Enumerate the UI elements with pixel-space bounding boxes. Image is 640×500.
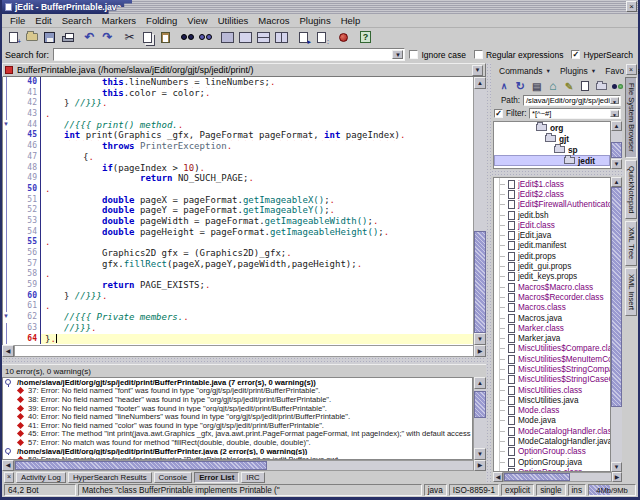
error-row-5[interactable]: 41: Error: No field named "color" was fo… <box>3 421 472 430</box>
local-drives-icon[interactable]: ▤ <box>531 80 543 93</box>
scroll-right-icon[interactable]: ▶ <box>612 472 622 482</box>
filter-checkbox[interactable]: ✓ <box>494 109 503 118</box>
tab-hypersearch-results[interactable]: HyperSearch Results <box>68 472 152 483</box>
next-buffer-icon[interactable]: ▸ <box>295 29 312 45</box>
menu-folding[interactable]: Folding <box>141 15 182 26</box>
file-item[interactable]: jEdit$FirewallAuthenticator.class <box>494 200 610 210</box>
editor-hscroll-track[interactable] <box>14 345 474 357</box>
file-item[interactable]: MiscUtilities.java <box>494 395 610 405</box>
title-bar[interactable]: jEdit - BufferPrintable.java × <box>2 0 638 14</box>
find-icon[interactable] <box>179 29 196 45</box>
files-hscrollbar[interactable]: ◀ ▶ <box>493 472 622 482</box>
checkbox-regular-expressions[interactable]: Regular expressions <box>474 50 563 60</box>
fold-rail[interactable]: ▼ <box>3 312 13 323</box>
code-line-54[interactable]: 54double pageHeight = pageFormat.getImag… <box>3 227 473 238</box>
scroll-left-icon[interactable]: ◀ <box>2 460 14 471</box>
tree-item-jedit[interactable]: jedit <box>494 155 610 166</box>
file-item[interactable]: jedit.props <box>494 251 610 261</box>
dock-tab-file-system-browser[interactable]: File System Browser <box>625 77 637 158</box>
error-row-0[interactable]: /home/slava/jEdit/org/gjt/sp/jedit/print… <box>3 378 472 387</box>
code-line-44[interactable]: ▼44//{{{ print() method.. <box>3 120 473 131</box>
scroll-up-icon[interactable]: ▲ <box>474 377 486 389</box>
scroll-down-icon[interactable]: ▼ <box>611 462 622 472</box>
split-horizontal-icon[interactable] <box>255 29 272 45</box>
code-line-59[interactable]: 59return PAGE_EXISTS;. <box>3 280 473 291</box>
code-rows[interactable]: 40this.lineNumbers = lineNumbers;.41this… <box>3 77 473 345</box>
scroll-down-icon[interactable]: ▼ <box>474 448 486 460</box>
search-input[interactable]: ▼ <box>53 48 405 61</box>
files-vscroll-thumb[interactable] <box>611 187 622 407</box>
status-ins[interactable]: ins <box>568 484 586 496</box>
code-line-52[interactable]: 52double pageY = pageFormat.getImageable… <box>3 205 473 216</box>
file-item[interactable]: MiscUtilities$StringCompare.class <box>494 364 610 374</box>
error-vscroll-track[interactable] <box>474 389 486 448</box>
code-line-63[interactable]: 63//}}}. <box>3 323 473 334</box>
code-line-60[interactable]: 60} //}}}. <box>3 291 473 302</box>
file-item[interactable]: jedit.bsh <box>494 210 610 220</box>
buffer-switcher[interactable]: BufferPrintable.java (/home/slava/jEdit/… <box>2 63 486 77</box>
file-item[interactable]: jEdit.java <box>494 230 610 240</box>
file-item[interactable]: Macros.class <box>494 303 610 313</box>
tab-error-list[interactable]: Error List <box>194 472 239 483</box>
code-line-64[interactable]: 64}. <box>3 334 473 345</box>
fsb-close-icon[interactable]: × <box>626 64 637 75</box>
synchronize-icon[interactable]: ✎ <box>563 80 575 93</box>
print-icon[interactable] <box>59 29 76 45</box>
error-row-6[interactable]: 45: Error: The method "int print(java.aw… <box>3 430 472 439</box>
code-line-47[interactable]: 47{. <box>3 152 473 163</box>
tree-vscroll-track[interactable] <box>611 131 622 159</box>
dock-splitter[interactable] <box>2 357 486 364</box>
menu-edit[interactable]: Edit <box>30 15 56 26</box>
find-next-icon[interactable] <box>197 29 214 45</box>
split-vertical-icon[interactable] <box>273 29 290 45</box>
dock-close-icon[interactable]: × <box>4 472 14 483</box>
search-history-dropdown-icon[interactable]: ▼ <box>392 50 403 59</box>
editor-vscroll-track[interactable] <box>474 89 486 333</box>
fsb-menu-plugins[interactable]: Plugins▼ <box>560 66 596 76</box>
tree-item-gjt[interactable]: gjt <box>494 133 610 144</box>
code-line-62[interactable]: ▼62//{{{ Private members.. <box>3 312 473 323</box>
files-hscroll-track[interactable] <box>503 472 612 482</box>
menu-file[interactable]: File <box>5 15 30 26</box>
file-item[interactable]: OptionGroup.java <box>494 457 610 467</box>
status-explicit[interactable]: explicit <box>501 484 534 496</box>
new-file-icon[interactable] <box>579 80 591 93</box>
menu-view[interactable]: View <box>182 15 212 26</box>
file-item[interactable]: MiscUtilities.class <box>494 385 610 395</box>
code-line-45[interactable]: 45int print(Graphics _gfx, PageFormat pa… <box>3 130 473 141</box>
file-item[interactable]: OptionGroup.class <box>494 447 610 457</box>
unsplit-current-icon[interactable] <box>219 29 236 45</box>
file-item[interactable]: Marker.class <box>494 323 610 333</box>
unsplit-all-icon[interactable] <box>237 29 254 45</box>
file-item[interactable]: Macros.java <box>494 313 610 323</box>
recent-buffer-icon[interactable]: : <box>313 29 330 45</box>
code-line-42[interactable]: 42} //}}}. <box>3 98 473 109</box>
fsb-menu-commands[interactable]: Commands▼ <box>499 66 551 76</box>
plugin-manager-icon[interactable] <box>335 29 352 45</box>
code-line-40[interactable]: 40this.lineNumbers = lineNumbers;. <box>3 77 473 88</box>
code-line-56[interactable]: 56Graphics2D gfx = (Graphics2D)_gfx;. <box>3 248 473 259</box>
file-item[interactable]: MiscUtilities$MenuItemCompare.class <box>494 354 610 364</box>
filter-dropdown-icon[interactable]: ▼ <box>610 110 619 117</box>
file-item[interactable]: MiscUtilities$StringICaseCompare.class <box>494 375 610 385</box>
error-row-4[interactable]: 40: Error: No field named "lineNumbers" … <box>3 412 472 421</box>
error-vscroll-thumb[interactable] <box>474 391 486 418</box>
code-line-48[interactable]: 48if(pageIndex > 10). <box>3 163 473 174</box>
error-row-3[interactable]: 39: Error: No field named "footer" was f… <box>3 404 472 413</box>
menu-help[interactable]: Help <box>336 15 366 26</box>
status-single[interactable]: single <box>536 484 565 496</box>
files-hscroll-thumb[interactable] <box>504 473 570 481</box>
code-line-51[interactable]: 51double pageX = pageFormat.getImageable… <box>3 195 473 206</box>
paste-icon[interactable] <box>157 29 174 45</box>
file-item[interactable]: MiscUtilities$Compare.class <box>494 344 610 354</box>
menu-plugins[interactable]: Plugins <box>294 15 335 26</box>
error-row-1[interactable]: 37: Error: No field named "font" was fou… <box>3 387 472 396</box>
code-line-49[interactable]: 49return NO_SUCH_PAGE;. <box>3 173 473 184</box>
tree-vscroll-thumb[interactable] <box>611 142 622 158</box>
fold-rail[interactable]: ▼ <box>3 120 13 131</box>
files-vscroll-track[interactable] <box>611 187 622 462</box>
code-line-57[interactable]: 57gfx.fillRect(pageX,pageY,pageWidth,pag… <box>3 259 473 270</box>
checkbox-hypersearch[interactable]: ✓HyperSearch <box>571 50 633 60</box>
menu-utilities[interactable]: Utilities <box>213 15 254 26</box>
error-hscroll-track[interactable] <box>14 460 474 471</box>
